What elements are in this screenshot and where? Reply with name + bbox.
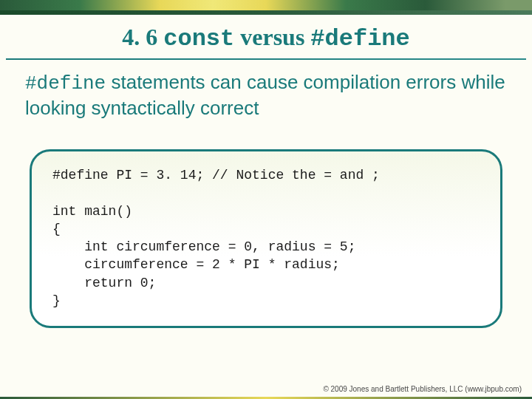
- code-line-4: int circumference = 0, radius = 5;: [52, 239, 355, 254]
- code-line-5: circumference = 2 * PI * radius;: [52, 257, 340, 272]
- title-mid: versus: [234, 24, 310, 50]
- subtitle-code: #define: [25, 72, 106, 95]
- title-prefix: 4. 6: [122, 24, 163, 50]
- code-block: #define PI = 3. 14; // Notice the = and …: [30, 149, 502, 328]
- slide-title: 4. 6 const versus #define: [0, 24, 532, 52]
- code-line-2: int main(): [52, 204, 132, 219]
- copyright-footer: © 2009 Jones and Bartlett Publishers, LL…: [323, 385, 522, 393]
- code-line-7: }: [52, 293, 61, 308]
- title-code-const: const: [163, 25, 234, 52]
- title-code-define: #define: [310, 25, 409, 52]
- title-divider: [6, 58, 526, 60]
- code-line-6: return 0;: [52, 276, 156, 290]
- top-banner: [0, 0, 532, 15]
- code-line-1: #define PI = 3. 14; // Notice the = and …: [52, 168, 380, 183]
- code-line-3: {: [52, 222, 61, 236]
- slide-subtitle: #define statements can cause compilation…: [0, 70, 532, 120]
